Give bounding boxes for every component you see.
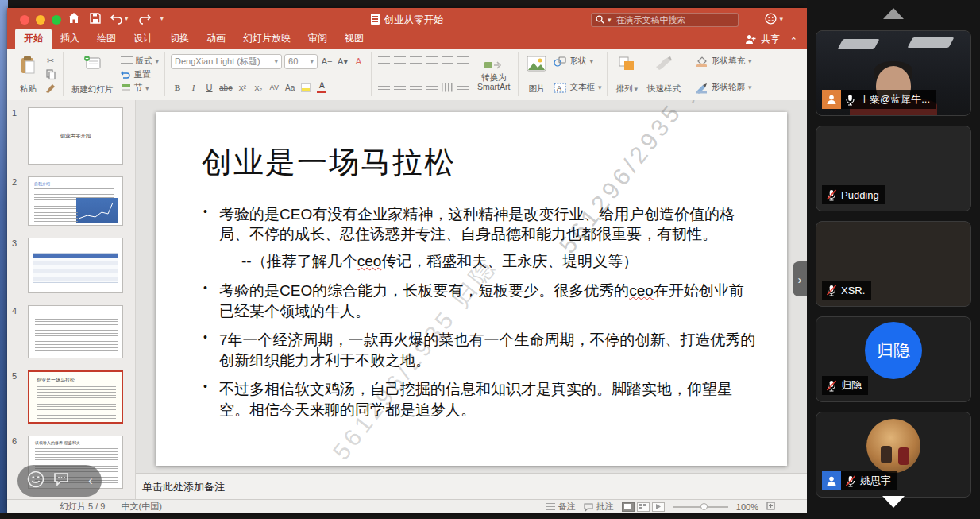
tab-animations[interactable]: 动画 xyxy=(198,29,234,49)
slide-sorter-view-button[interactable] xyxy=(637,502,650,512)
tab-review[interactable]: 审阅 xyxy=(299,29,336,49)
shapes-button[interactable]: 形状▾ xyxy=(554,54,601,68)
align-text-button[interactable] xyxy=(457,81,470,95)
numbering-button[interactable] xyxy=(393,55,407,68)
member-badge-icon xyxy=(822,471,841,490)
scroll-up-arrow[interactable] xyxy=(883,8,904,19)
insert-picture-button[interactable]: 图片 xyxy=(524,52,549,96)
tab-draw[interactable]: 绘图 xyxy=(88,29,125,49)
bullet-item-sub: --（推荐了解几个ceo传记，稻盛和夫、王永庆、堤明义等） xyxy=(202,251,758,271)
grow-font-button[interactable]: A▾ xyxy=(336,55,349,68)
participant-tile-3[interactable]: XSR. xyxy=(816,221,971,307)
section-button[interactable]: 节▾ xyxy=(121,81,160,95)
tab-transitions[interactable]: 切换 xyxy=(161,29,198,49)
decrease-indent-button[interactable] xyxy=(409,55,422,68)
textbox-button[interactable]: A文本框▾ xyxy=(554,80,601,95)
shape-fill-button[interactable]: 形状填充▾ xyxy=(695,54,752,68)
slide-thumbnail-3[interactable] xyxy=(28,238,123,293)
font-size-combo[interactable]: 60▾ xyxy=(284,54,318,69)
zoom-slider[interactable] xyxy=(673,506,728,508)
paste-button[interactable]: 粘贴 xyxy=(17,52,39,96)
slide-title[interactable]: 创业是一场马拉松 xyxy=(202,142,456,183)
notes-pane[interactable]: 单击此处添加备注 xyxy=(136,473,807,499)
slide-thumbnail-1[interactable]: 创业由零开始 xyxy=(28,107,123,165)
clear-formatting-button[interactable]: A xyxy=(352,55,365,68)
superscript-button[interactable]: X² xyxy=(236,81,249,95)
text-direction-button[interactable] xyxy=(441,81,454,95)
comments-toggle[interactable]: 批注 xyxy=(584,501,614,513)
increase-indent-button[interactable] xyxy=(425,55,438,68)
slide-number: 3 xyxy=(12,238,28,293)
cut-button[interactable]: ✂ xyxy=(44,54,57,68)
line-spacing-button[interactable] xyxy=(441,55,454,68)
collapse-ribbon-chevron[interactable]: ⌃ xyxy=(790,36,797,46)
quick-styles-button[interactable]: 快速样式 xyxy=(645,52,683,96)
shrink-font-button[interactable]: A− xyxy=(320,55,334,68)
highlight-color-button[interactable] xyxy=(299,81,313,95)
search-input[interactable] xyxy=(615,14,718,25)
subscript-button[interactable]: X₂ xyxy=(252,81,265,95)
align-right-button[interactable] xyxy=(409,81,422,95)
format-painter-button[interactable] xyxy=(44,81,57,95)
share-button[interactable]: 共享 xyxy=(745,33,780,46)
columns-button[interactable] xyxy=(457,55,470,68)
bold-button[interactable]: B xyxy=(171,81,184,95)
change-case-button[interactable]: Aa xyxy=(284,81,297,95)
slide-thumbnail-2[interactable]: 自我介绍 xyxy=(28,176,123,226)
tab-home[interactable]: 开始 xyxy=(15,29,52,49)
language-indicator[interactable]: 中文(中国) xyxy=(121,501,161,513)
layout-button[interactable]: 版式▾ xyxy=(121,54,160,68)
bullets-button[interactable] xyxy=(377,55,391,68)
participant-tile-2[interactable]: Pudding xyxy=(816,126,971,211)
italic-button[interactable]: I xyxy=(187,81,200,95)
font-name-combo[interactable]: DengXian Light (标题)▾ xyxy=(171,54,282,69)
avatar xyxy=(866,419,920,473)
font-color-button[interactable]: A xyxy=(315,81,329,95)
meeting-panel-chevron[interactable]: › xyxy=(793,261,807,296)
new-slide-button[interactable]: 新建幻灯片 xyxy=(69,52,116,96)
underline-button[interactable]: U xyxy=(203,81,216,95)
clipboard-icon xyxy=(21,56,36,75)
participant-tile-1[interactable]: 王粟@蓝犀牛... xyxy=(816,30,971,116)
strikethrough-button[interactable]: abe xyxy=(218,81,233,95)
tab-insert[interactable]: 插入 xyxy=(52,29,88,49)
section-icon xyxy=(121,83,131,92)
textbox-icon: A xyxy=(554,83,566,93)
participant-tile-4[interactable]: 归隐 归隐 xyxy=(816,316,971,402)
paint-bucket-icon xyxy=(695,56,708,67)
collapse-pill-chevron[interactable]: ‹ xyxy=(88,474,92,488)
bullet-item: •7年一个经济周期，一款再火爆的菜也有一个生命周期，不停的创新、打造优秀的创新组… xyxy=(202,330,758,370)
copy-button[interactable] xyxy=(44,68,57,81)
thumbnail-row-4: 4 xyxy=(12,305,130,358)
tab-design[interactable]: 设计 xyxy=(125,29,161,49)
mic-muted-icon xyxy=(826,189,837,201)
slide-canvas[interactable]: 561296/2935 归隐 561296/2935 归隐 创业是一场马拉松 •… xyxy=(156,112,787,466)
slide-body-text[interactable]: •考验的是CEO有没有企业家精神，这种精神是改变行业、给用户创造价值的格局、不停… xyxy=(202,204,758,428)
tab-slideshow[interactable]: 幻灯片放映 xyxy=(234,29,299,49)
convert-to-smartart-button[interactable]: 转换为SmartArt xyxy=(475,52,512,96)
arrange-button[interactable]: 排列▾ xyxy=(613,52,640,96)
character-spacing-button[interactable]: AV xyxy=(268,81,281,95)
tab-view[interactable]: 视图 xyxy=(336,29,372,49)
slide-thumbnail-4[interactable] xyxy=(28,305,123,358)
fit-slide-button[interactable] xyxy=(766,502,775,512)
shape-outline-button[interactable]: 形状轮廓▾ xyxy=(695,80,752,95)
slide-thumbnail-5-selected[interactable]: 创业是一场马拉松 xyxy=(28,370,123,424)
feedback-smiley[interactable]: ▾ xyxy=(765,13,783,25)
chat-icon[interactable] xyxy=(53,472,69,490)
search-scope-caret[interactable]: ▾ xyxy=(608,16,612,24)
align-left-button[interactable] xyxy=(377,81,391,95)
align-center-button[interactable] xyxy=(393,81,407,95)
scroll-down-arrow[interactable] xyxy=(882,496,905,508)
reset-button[interactable]: 重置 xyxy=(121,68,160,81)
slideshow-view-button[interactable] xyxy=(652,502,665,512)
normal-view-button[interactable] xyxy=(622,502,635,512)
participant-tile-5[interactable]: 姚思宇 xyxy=(816,412,971,498)
slide-number: 5 xyxy=(12,370,28,424)
search-box[interactable]: ▾ xyxy=(591,13,739,27)
justify-button[interactable] xyxy=(425,81,438,95)
font-group: DengXian Light (标题)▾ 60▾ A− A▾ A B I U a… xyxy=(165,52,372,96)
zoom-level[interactable]: 100% xyxy=(736,502,758,512)
notes-toggle[interactable]: 备注 xyxy=(546,501,576,513)
reactions-smiley-icon[interactable] xyxy=(27,471,44,491)
